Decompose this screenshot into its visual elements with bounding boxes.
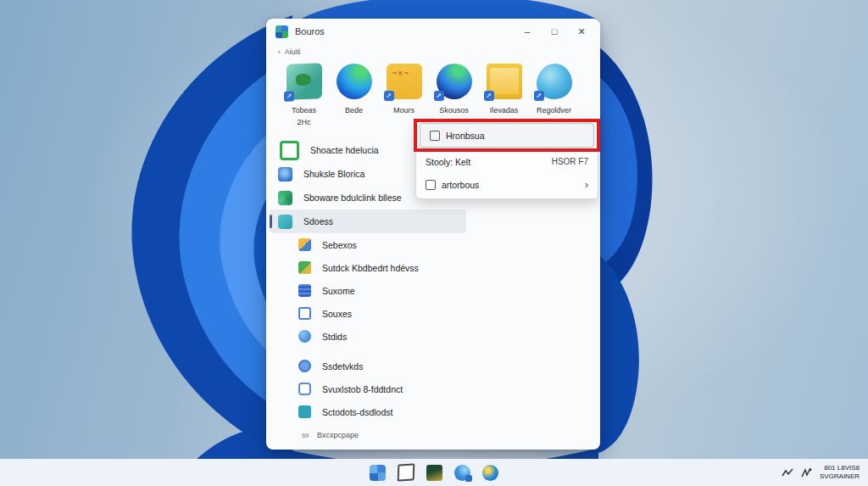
shortcut-arrow-icon: ➚ <box>534 91 544 101</box>
maximize-button[interactable]: □ <box>541 20 568 42</box>
start-icon[interactable] <box>370 465 386 481</box>
green-yellow-icon <box>298 261 311 274</box>
submenu-item-8[interactable]: Sctodots-dsdlodst <box>266 400 600 423</box>
submenu-item-5[interactable]: Stdids <box>266 325 600 348</box>
taskbar: 801 L8VIS8 SVGRAINER <box>0 459 868 486</box>
submenu-item-3[interactable]: Suxome <box>266 279 600 302</box>
task-view-icon[interactable] <box>398 463 415 481</box>
minimize-button[interactable]: – <box>514 20 541 42</box>
colored-blocks-icon <box>298 238 311 251</box>
keyboard-shortcut: HSOR F7 <box>552 157 588 166</box>
network-icon[interactable] <box>782 467 793 478</box>
blue-flower-icon <box>278 167 292 182</box>
submenu-item-6[interactable]: Ssdetvkds <box>266 355 600 377</box>
back-chevron-icon[interactable]: ‹ <box>278 47 281 56</box>
blue-frame-icon <box>298 383 311 395</box>
shortcut-arrow-icon: ➚ <box>284 91 294 101</box>
teal-grid-icon <box>278 215 292 229</box>
green-ring-icon <box>280 141 299 160</box>
browser-globe-icon[interactable] <box>482 465 498 481</box>
desktop: Bouros – □ ✕ ‹ Aiuiti ➚ Tobeas2Hc Bede ➚ <box>0 0 868 486</box>
breadcrumb[interactable]: ‹ Aiuiti <box>266 44 600 59</box>
breadcrumb-label: Aiuiti <box>285 47 300 56</box>
shortcut-arrow-icon: ➚ <box>384 91 394 101</box>
blue-outline-icon <box>298 307 311 320</box>
edge-browser-icon[interactable] <box>337 64 372 99</box>
system-tray: 801 L8VIS8 SVGRAINER <box>782 459 860 486</box>
blue-flower-dots-icon <box>298 360 311 372</box>
window-title: Bouros <box>295 26 325 36</box>
clock[interactable]: 801 L8VIS8 SVGRAINER <box>820 464 860 482</box>
edge-swirl-shortcut-icon[interactable]: ➚ <box>437 64 472 99</box>
tile-edge[interactable]: Bede <box>329 64 379 128</box>
shortcut-arrow-icon: ➚ <box>484 91 494 101</box>
folder-shortcut-icon[interactable]: ➚ <box>487 64 522 99</box>
item-square-icon <box>430 131 440 141</box>
teal-drop-shortcut-icon[interactable]: ➚ <box>537 64 572 99</box>
notes-shortcut-icon[interactable]: ➚ <box>387 64 422 99</box>
submenu-item-2[interactable]: Sutdck Kbdbedrt hdévss <box>266 256 600 279</box>
edge-icon[interactable] <box>454 465 470 481</box>
submenu-chevron-icon: › <box>585 179 588 191</box>
submenu-item-1[interactable]: Sebexos <box>266 233 600 256</box>
clock-date: SVGRAINER <box>820 472 860 481</box>
context-menu-item-3[interactable]: artorbous › <box>416 173 598 196</box>
submenu-item-4[interactable]: Souxes <box>266 302 600 325</box>
footer-item[interactable]: 69 Bxcxpcpape <box>266 426 636 444</box>
context-menu-item-highlighted[interactable]: Hronbsua <box>420 123 594 148</box>
blue-sphere-icon <box>298 330 311 343</box>
context-menu: Hronbsua Stooly: Kelt HSOR F7 artorbous … <box>415 119 598 199</box>
taskbar-center-icons <box>370 459 498 486</box>
app-logo-icon <box>275 25 288 38</box>
title-bar: Bouros – □ ✕ <box>266 19 600 44</box>
app-window: Bouros – □ ✕ ‹ Aiuiti ➚ Tobeas2Hc Bede ➚ <box>266 19 600 450</box>
blue-stripes-icon <box>298 284 311 297</box>
item-square-icon <box>426 180 436 190</box>
tile-photos[interactable]: ➚ Tobeas2Hc <box>279 64 329 128</box>
window-controls: – □ ✕ <box>514 20 595 42</box>
volume-icon[interactable] <box>801 467 812 478</box>
context-menu-item-2[interactable]: Stooly: Kelt HSOR F7 <box>416 150 598 173</box>
close-button[interactable]: ✕ <box>568 20 595 42</box>
file-explorer-icon[interactable] <box>426 465 442 481</box>
green-recycle-icon <box>278 191 292 205</box>
clock-time: 801 L8VIS8 <box>820 464 860 472</box>
menu-item-selected[interactable]: Sdoess <box>270 209 466 233</box>
teal-square-icon <box>298 405 311 418</box>
small-gear-icon: 69 <box>302 432 309 439</box>
photos-shortcut-icon[interactable]: ➚ <box>287 63 322 99</box>
red-highlight-box <box>414 119 600 152</box>
submenu-item-7[interactable]: Svuxlstob 8-fddtdnct <box>266 377 600 400</box>
shortcut-arrow-icon: ➚ <box>434 91 444 101</box>
